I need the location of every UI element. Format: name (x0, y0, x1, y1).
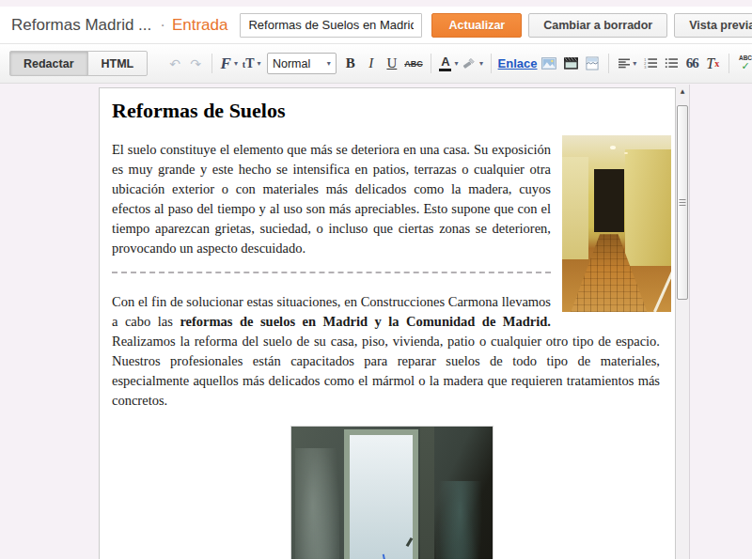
hallway-left-wall (562, 157, 588, 259)
paragraph-2-text: Realizamos la reforma del suelo de su ca… (112, 334, 660, 408)
topbar-buttons: Actualizar Cambiar a borrador Vista prev… (431, 13, 752, 38)
toolbar-separator (431, 54, 431, 73)
formatting-toolbar: Redactar HTML ↶ ↷ F ▾ tT ▾ Normal ▾ B I … (0, 43, 752, 84)
revert-to-draft-button[interactable]: Cambiar a borrador (528, 13, 667, 38)
top-strip (0, 0, 752, 7)
tab-html[interactable]: HTML (87, 51, 149, 76)
scrollbar-thumb[interactable] (677, 105, 688, 300)
remove-formatting-button[interactable]: Tx (706, 53, 719, 75)
toolbar-separator (212, 54, 212, 73)
insert-image-button[interactable] (541, 53, 556, 75)
redo-icon[interactable]: ↷ (189, 53, 202, 75)
numbered-list-icon: 123 (644, 57, 657, 70)
bullet-list-button[interactable] (665, 53, 678, 75)
plaster-patches-left (295, 448, 339, 559)
toolbar-separator (608, 54, 609, 73)
editor-mode-tabs: Redactar HTML (9, 51, 148, 76)
paragraph-format-value: Normal (273, 57, 310, 70)
chevron-down-icon: ▾ (454, 59, 458, 68)
blockquote-button[interactable]: 66 (685, 53, 698, 75)
topbar: Reformas Madrid ... · Entrada Actualizar… (0, 7, 752, 43)
blog-title[interactable]: Reformas Madrid ... (11, 16, 151, 35)
hallway-ceiling-light (610, 146, 616, 149)
plaster-patches-right (436, 481, 484, 559)
font-size-button[interactable]: tT ▾ (243, 53, 258, 75)
align-left-icon (619, 57, 630, 70)
hallway-dark-doorway (594, 169, 624, 233)
undo-icon[interactable]: ↶ (168, 53, 181, 75)
wall-beam (420, 427, 434, 559)
chevron-down-icon: ▾ (258, 59, 261, 68)
preview-button[interactable]: Vista previa (674, 13, 752, 38)
remove-formatting-icon: T (706, 55, 714, 72)
chevron-down-icon: ▾ (633, 59, 636, 68)
numbered-list-button[interactable]: 123 (644, 53, 657, 75)
font-icon: F (221, 54, 231, 73)
bold-button[interactable]: B (344, 53, 357, 75)
post-heading: Reformas de Suelos (112, 99, 672, 123)
scroll-up-arrow[interactable]: ▲ (676, 85, 689, 97)
post-title-input[interactable] (240, 13, 422, 38)
check-icon: ✓ (741, 61, 749, 71)
spellcheck-button[interactable]: ABC ✓ (739, 53, 752, 75)
renovation-photo[interactable] (290, 426, 494, 559)
breadcrumb-dot: · (160, 16, 165, 35)
text-color-icon: A (439, 55, 451, 71)
breadcrumb-entry-label: Entrada (172, 16, 228, 35)
update-button[interactable]: Actualizar (431, 13, 522, 38)
strikethrough-button[interactable]: ABC (406, 53, 421, 75)
alignment-button[interactable]: ▾ (619, 53, 636, 75)
post-content-editable-area[interactable]: Reformas de Suelos El suelo constituye e… (99, 87, 676, 559)
scrollbar-grip-icon (680, 199, 686, 207)
svg-text:3: 3 (644, 65, 647, 70)
page-break-icon (586, 56, 599, 70)
paragraph-2-bold-text: reformas de suelos en Madrid y la Comuni… (180, 314, 551, 329)
bullet-list-icon (665, 57, 678, 70)
paragraph-format-select[interactable]: Normal ▾ (267, 53, 337, 74)
insert-video-button[interactable] (564, 53, 578, 75)
hallway-photo[interactable] (562, 135, 671, 312)
toolbar-separator (491, 54, 492, 73)
tab-compose[interactable]: Redactar (9, 51, 88, 76)
blogger-post-editor: Reformas Madrid ... · Entrada Actualizar… (0, 0, 752, 559)
toolbar-separator (728, 54, 729, 73)
chevron-down-icon: ▾ (479, 59, 483, 68)
text-color-button[interactable]: A ▾ (441, 53, 457, 75)
bright-window (344, 429, 418, 559)
image-icon (541, 56, 556, 70)
highlight-color-button[interactable]: ▾ (464, 53, 481, 75)
editor-workspace: Reformas de Suelos El suelo constituye e… (0, 84, 752, 559)
italic-button[interactable]: I (365, 53, 378, 75)
insert-link-button[interactable]: Enlace (501, 53, 534, 75)
marker-icon (462, 56, 477, 70)
insert-jump-break-button[interactable] (586, 53, 599, 75)
underline-button[interactable]: U (385, 53, 399, 75)
editor-scrollbar[interactable]: ▲ (676, 85, 690, 559)
dashed-divider (112, 272, 551, 275)
font-size-icon: tT (243, 56, 255, 71)
hallway-right-wall (625, 149, 671, 266)
font-family-button[interactable]: F ▾ (222, 53, 236, 75)
chevron-down-icon: ▾ (234, 59, 238, 68)
film-clapper-icon (564, 56, 578, 70)
chevron-down-icon: ▾ (327, 59, 331, 68)
